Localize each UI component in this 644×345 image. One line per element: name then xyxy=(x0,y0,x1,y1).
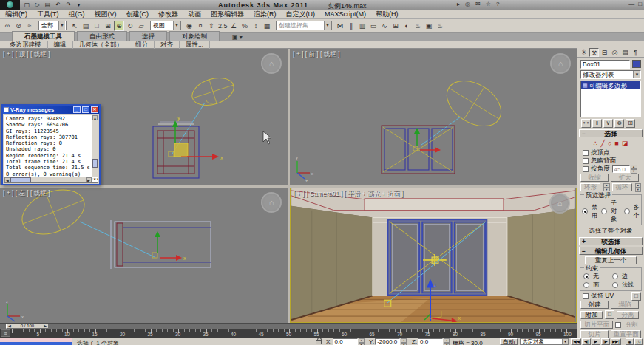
layer-manager-icon[interactable]: ▥ xyxy=(357,21,367,31)
viewcube-icon[interactable]: ⌂ xyxy=(261,53,282,74)
render-setup-icon[interactable]: ♨ xyxy=(413,21,423,31)
window-crossing-icon[interactable]: ⊞ xyxy=(103,21,113,31)
checkbox-icon[interactable] xyxy=(615,322,621,328)
select-and-move-icon[interactable]: ⊕ xyxy=(114,21,124,31)
viewport-left-label[interactable]: [ + ] [ 左 ] [ 线框 ] xyxy=(3,189,50,198)
slice-plane-button[interactable]: 切片平面 xyxy=(580,321,613,329)
ribbon-panel-0[interactable]: 多边形建模 xyxy=(4,41,48,49)
ribbon-panel-3[interactable]: 细分 xyxy=(129,41,155,49)
edit-named-selections-icon[interactable]: ▦ xyxy=(262,21,272,31)
viewcube-icon[interactable]: ⌂ xyxy=(549,193,570,214)
scroll-right-icon[interactable]: ▶ xyxy=(86,177,92,182)
grow-button[interactable]: 扩大 xyxy=(611,174,639,182)
angle-value-field[interactable]: 45.0 xyxy=(612,165,630,173)
ring-button[interactable]: 环形 xyxy=(580,183,600,191)
edit-geometry-rollout-header[interactable]: − 编辑几何体 xyxy=(579,247,643,255)
listener-selected-row[interactable] xyxy=(0,342,72,345)
unlink-selection-icon[interactable]: ⊘ xyxy=(13,21,24,31)
restore-icon[interactable]: □ xyxy=(638,1,642,7)
utilities-tab-icon[interactable]: ¶ xyxy=(631,48,640,57)
bind-to-space-warp-icon[interactable]: ≈ xyxy=(24,21,35,31)
ignore-backfacing-checkbox-row[interactable]: 忽略背面 xyxy=(577,157,644,164)
maxscript-mini-listener[interactable] xyxy=(0,338,72,345)
ribbon-panel-5[interactable]: 属性... xyxy=(180,41,210,49)
checkbox-icon[interactable] xyxy=(583,158,589,164)
motion-tab-icon[interactable]: ◎ xyxy=(610,48,620,57)
curve-editor-icon[interactable]: ∿ xyxy=(379,21,390,31)
angle-snap-icon[interactable]: ∠ xyxy=(228,21,239,31)
favorites-star-icon[interactable]: ☆ xyxy=(486,1,491,7)
vray-horizontal-scrollbar[interactable]: ◀▶ xyxy=(4,177,92,182)
rendered-frame-icon[interactable]: ▣ xyxy=(424,21,434,31)
ribbon-panel-4[interactable]: 对齐 xyxy=(155,41,180,49)
modify-tab-icon[interactable]: ⚒ xyxy=(589,48,599,57)
radio-icon[interactable] xyxy=(612,282,618,288)
edge-subobject-icon[interactable]: ╱ xyxy=(600,140,604,148)
select-and-link-icon[interactable]: ∞ xyxy=(2,21,13,31)
app-logo-button[interactable] xyxy=(0,0,20,10)
viewcube-icon[interactable]: ⌂ xyxy=(550,53,571,74)
z-spinner[interactable]: ▲▼ xyxy=(444,338,450,345)
select-and-scale-icon[interactable]: ▱ xyxy=(136,21,146,31)
configure-modifier-sets-icon[interactable]: ⊞ xyxy=(626,119,635,128)
close-icon[interactable]: ✕ xyxy=(91,106,98,113)
named-selection-dropdown[interactable]: 创建选择集▼ xyxy=(276,21,332,30)
material-editor-icon[interactable]: ◐ xyxy=(401,21,412,31)
minimize-icon[interactable]: _ xyxy=(73,106,81,113)
by-angle-checkbox-row[interactable]: 按角度45.0▲▼ xyxy=(577,165,644,172)
save-file-icon[interactable]: ▤ xyxy=(44,1,52,8)
viewport-camera[interactable]: z x [ + ] [ Camera01 ] [ 平滑 + 高光 + 边面 ] … xyxy=(290,188,577,323)
viewport-camera-canvas[interactable]: z x xyxy=(291,188,576,322)
modifier-list-dropdown[interactable]: 修改器列表▼ xyxy=(580,70,641,79)
new-file-icon[interactable]: ▢ xyxy=(23,1,31,8)
shrink-button[interactable]: 收缩 xyxy=(580,174,609,182)
prev-frame-arrow-icon[interactable]: ◀ xyxy=(7,324,13,328)
scrollbar-thumb[interactable] xyxy=(92,159,98,168)
expand-icon[interactable]: ▸ xyxy=(457,1,460,7)
vray-vertical-scrollbar[interactable]: ▲ xyxy=(92,115,98,177)
percent-snap-icon[interactable]: % xyxy=(240,21,250,31)
make-unique-icon[interactable]: ∨ xyxy=(603,119,613,128)
selection-filter-dropdown[interactable]: 全部▼ xyxy=(38,21,67,30)
checkbox-icon[interactable] xyxy=(583,150,589,156)
menu-item-10[interactable]: MAXScript(M) xyxy=(325,10,366,18)
ribbon-overflow-icon[interactable]: ▣ ▾ xyxy=(232,34,243,41)
menu-item-6[interactable]: 动画 xyxy=(188,10,201,19)
preserve-uvs-settings-icon[interactable]: □ xyxy=(631,292,641,301)
goto-end-icon[interactable]: ▶▶| xyxy=(611,338,621,345)
select-and-manipulate-icon[interactable]: ¤ xyxy=(195,21,206,31)
menu-item-2[interactable]: 组(G) xyxy=(69,10,85,19)
viewcube-icon[interactable]: ⌂ xyxy=(261,192,282,213)
open-file-icon[interactable]: ▷ xyxy=(33,1,41,8)
preserve-uvs-row[interactable]: 保持 UV□ xyxy=(577,293,644,299)
repeat-last-button[interactable]: 重复上一个 xyxy=(585,256,637,264)
display-tab-icon[interactable]: ▤ xyxy=(620,48,630,57)
show-end-result-icon[interactable]: ‖ xyxy=(592,119,602,128)
loop-spinner[interactable]: ▲▼ xyxy=(635,183,641,191)
radio-icon[interactable] xyxy=(624,208,630,214)
time-slider-handle[interactable]: ◀ 0 / 100 ▶ xyxy=(6,324,49,329)
vray-messages-window[interactable]: V-Ray messages _ □ ✕ Camera rays: 924892… xyxy=(1,104,101,185)
viewport-camera-label[interactable]: [ + ] [ Camera01 ] [ 平滑 + 高光 + 边面 ] xyxy=(294,190,403,199)
next-frame-icon[interactable]: |▶ xyxy=(601,338,610,345)
attach-options-icon[interactable]: □ xyxy=(605,310,614,319)
radio-icon[interactable] xyxy=(583,273,589,279)
menu-item-7[interactable]: 图形编辑器 xyxy=(211,10,244,19)
help-icon[interactable]: ? xyxy=(496,1,499,7)
menu-item-5[interactable]: 修改器 xyxy=(158,10,178,19)
key-filter-dropdown[interactable]: 选定对象▼ xyxy=(520,338,569,345)
create-button[interactable]: 创建 xyxy=(580,301,609,309)
collapse-button[interactable]: 塌陷 xyxy=(611,301,639,309)
y-field[interactable]: -2060.0 xyxy=(375,338,400,345)
ring-spinner[interactable]: ▲▼ xyxy=(603,183,609,191)
track-ruler[interactable]: 5101520253035404550556065707580859095100 xyxy=(0,329,577,338)
selection-rollout-header[interactable]: − 选择 xyxy=(579,129,643,137)
vray-message-list[interactable]: Camera rays: 924892Shadow rays: 6654706G… xyxy=(4,115,98,183)
y-spinner[interactable]: ▲▼ xyxy=(401,338,407,345)
mirror-icon[interactable]: ⋈ xyxy=(335,21,345,31)
menu-item-1[interactable]: 工具(T) xyxy=(37,10,59,19)
modifier-stack[interactable]: ▦ 可编辑多边形 xyxy=(580,81,641,117)
maximize-icon[interactable]: □ xyxy=(82,106,89,113)
viewport-front-canvas[interactable]: x y z xyxy=(290,49,577,185)
ribbon-panel-2[interactable]: 几何体（全部） xyxy=(73,41,130,49)
